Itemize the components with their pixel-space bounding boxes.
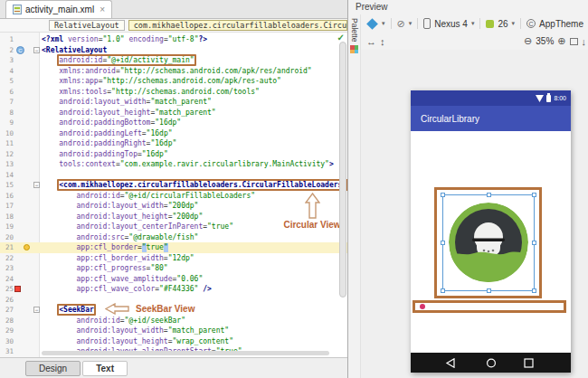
orientation-icon[interactable]: ⊘ <box>397 19 405 29</box>
line-number: 18 <box>0 212 14 222</box>
line-number: 12 <box>0 149 14 160</box>
line-number: 19 <box>0 222 14 232</box>
zoom-fit-icon[interactable] <box>570 38 578 45</box>
chevron-down-icon[interactable]: ▾ <box>512 20 516 27</box>
code-line[interactable]: 24 app:cfl_wave_amplitude="0.06" <box>0 274 347 285</box>
wifi-icon <box>536 95 544 102</box>
line-number: 25 <box>0 284 14 295</box>
selection-handle[interactable] <box>487 288 491 293</box>
code-line[interactable]: 1<?xml version="1.0" encoding="utf-8"?> <box>0 34 347 45</box>
color-swatch-icon[interactable] <box>14 286 21 292</box>
nav-buttons[interactable] <box>441 358 541 368</box>
vertical-scrollbar[interactable] <box>339 42 346 298</box>
code-text: xmlns:tools="http://schemas.android.com/… <box>42 87 260 98</box>
code-line[interactable]: 9 android:paddingBottom="16dp" <box>0 118 347 128</box>
editor-pane: activity_main.xml × RelativeLayout com.m… <box>0 0 347 378</box>
code-line[interactable]: 29 android:layout_width="match_parent" <box>0 326 347 336</box>
code-line[interactable]: 25 app:cfl_wave_color="#F44336" /> <box>0 284 347 295</box>
code-text: android:layout_width="match_parent" <box>42 326 229 336</box>
line-number: 1 <box>0 34 14 45</box>
code-line[interactable]: 6 xmlns:tools="http://schemas.android.co… <box>0 87 347 98</box>
selection-handle[interactable] <box>441 241 445 245</box>
battery-icon <box>546 95 551 102</box>
code-text: android:paddingTop="16dp" <box>42 149 168 160</box>
selection-handle[interactable] <box>487 193 491 197</box>
tab-design[interactable]: Design <box>25 361 81 376</box>
theme-icon: C <box>526 19 536 28</box>
tab-text[interactable]: Text <box>82 361 128 376</box>
selection-rect[interactable] <box>442 194 535 291</box>
annotation-seekbar-view: SeekBar View <box>105 303 194 315</box>
line-number: 15 <box>0 180 14 191</box>
seekbar[interactable] <box>413 300 566 313</box>
chevron-down-icon[interactable]: ▾ <box>382 20 385 27</box>
code-line[interactable]: 3 android:id="@+id/activity_main" <box>0 55 347 66</box>
selection-handle[interactable] <box>441 193 445 197</box>
device-content <box>411 131 571 353</box>
fold-icon[interactable]: − <box>33 307 40 313</box>
fold-icon[interactable]: − <box>33 47 40 53</box>
horizontal-scrollbar[interactable] <box>42 351 329 355</box>
lightbulb-icon[interactable] <box>24 244 30 250</box>
code-line[interactable]: 10 android:paddingLeft="16dp" <box>0 128 347 139</box>
close-icon[interactable]: × <box>100 5 105 14</box>
android-studio-window: activity_main.xml × RelativeLayout com.m… <box>0 0 588 378</box>
fold-icon[interactable]: − <box>33 182 40 188</box>
code-line[interactable]: 22 app:cfl_border_width="12dp" <box>0 253 347 264</box>
tab-palette[interactable]: Palette <box>350 18 359 42</box>
code-line[interactable]: 7 android:layout_width="match_parent" <box>0 97 347 108</box>
selection-handle[interactable] <box>441 288 445 293</box>
selection-handle[interactable] <box>532 241 536 245</box>
tab-activity-main-xml[interactable]: activity_main.xml × <box>5 0 112 18</box>
code-editor[interactable]: 1<?xml version="1.0" encoding="utf-8"?>2… <box>0 33 347 357</box>
zoom-out-icon[interactable]: ⊖ <box>524 35 532 47</box>
theme-selector[interactable]: AppTheme <box>539 19 583 29</box>
line-number: 24 <box>0 274 14 285</box>
code-line[interactable]: 5 xmlns:app="http://schemas.android.com/… <box>0 76 347 87</box>
code-text: xmlns:app="http://schemas.android.com/ap… <box>42 76 281 87</box>
code-line[interactable]: 20 android:src="@drawable/fish" <box>0 232 347 243</box>
chevron-down-icon[interactable]: ▾ <box>409 20 413 27</box>
line-number: 28 <box>0 316 14 326</box>
seekbar-thumb[interactable] <box>420 304 425 309</box>
code-line[interactable]: 13 tools:context="com.example.ravir.circ… <box>0 159 347 170</box>
arrow-left-icon <box>105 303 129 315</box>
line-number: 9 <box>0 118 14 128</box>
breadcrumb-relativelayout[interactable]: RelativeLayout <box>49 20 125 31</box>
code-line[interactable]: 23 app:cfl_progress="80" <box>0 263 347 274</box>
code-line[interactable]: 28 android:id="@+id/seekBar" <box>0 316 347 326</box>
code-text: tools:context="com.example.ravir.circula… <box>42 159 334 170</box>
selection-handle[interactable] <box>532 288 536 293</box>
device-selector[interactable]: Nexus 4 <box>434 19 468 29</box>
resize-horizontal-icon[interactable]: ↔ <box>366 36 376 47</box>
breadcrumb-class[interactable]: com.mikhaellopez.circularfillableloaders… <box>128 20 347 31</box>
line-number: 6 <box>0 87 14 98</box>
device-nav-bar <box>411 353 571 373</box>
code-line[interactable]: 12 android:paddingTop="16dp" <box>0 149 347 160</box>
line-number: 23 <box>0 263 14 274</box>
side-tool-strip: Palette <box>348 14 361 378</box>
selection-handle[interactable] <box>532 193 536 197</box>
line-number: 30 <box>0 336 14 347</box>
resize-vertical-icon[interactable]: ↕ <box>380 36 385 47</box>
code-line[interactable]: 30 android:layout_height="wrap_content" <box>0 336 347 347</box>
code-line[interactable]: 15− <com.mikhaellopez.circularfillablelo… <box>0 180 347 191</box>
zoom-in-icon[interactable]: ⊕ <box>557 35 565 47</box>
xml-file-icon <box>13 5 22 14</box>
code-line[interactable]: 21 app:cfl_border="true" <box>0 242 347 253</box>
configuration-icon[interactable] <box>366 18 378 30</box>
code-text: android:paddingBottom="16dp" <box>42 118 181 128</box>
api-level-selector[interactable]: 26 <box>498 19 507 29</box>
code-line[interactable]: 11 android:paddingRight="16dp" <box>0 138 347 149</box>
code-line[interactable]: 4 xmlns:android="http://schemas.android.… <box>0 66 347 77</box>
line-number: 7 <box>0 97 14 108</box>
code-text: android:layout_height="200dp" <box>42 212 203 222</box>
line-number: 3 <box>0 55 14 66</box>
code-text: app:cfl_wave_color="#F44336" /> <box>42 284 212 295</box>
chevron-down-icon[interactable]: ▾ <box>471 20 475 27</box>
annotation-label: SeekBar View <box>136 304 194 314</box>
preview-canvas[interactable]: 8:00 CircularLibrary <box>361 50 588 378</box>
code-line[interactable]: 8 android:layout_height="match_parent" <box>0 108 347 118</box>
scroll-down-icon[interactable]: ↓ <box>582 36 587 47</box>
code-text: android:id="@+id/seekBar" <box>42 316 185 326</box>
